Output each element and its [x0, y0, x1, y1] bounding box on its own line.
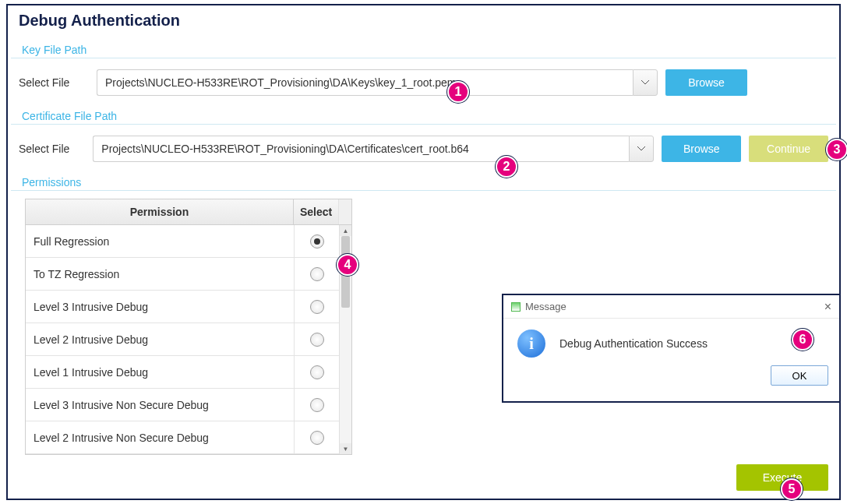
certfile-label: Select File [19, 143, 85, 155]
permission-radio[interactable] [310, 300, 324, 314]
keyfile-row: Select File Browse [8, 58, 839, 100]
permission-select-cell [294, 356, 339, 388]
permission-label: To TZ Regression [26, 268, 294, 280]
close-icon[interactable]: × [824, 300, 831, 314]
permission-label: Level 2 Intrusive Non Secure Debug [26, 432, 294, 444]
browse-cert-button[interactable]: Browse [662, 136, 741, 162]
permission-label: Level 3 Intrusive Non Secure Debug [26, 399, 294, 411]
dialog-text: Debug Authentication Success [559, 337, 708, 350]
dialog-body: i Debug Authentication Success [503, 319, 839, 361]
chevron-down-icon [641, 80, 649, 85]
debug-auth-panel: Debug Authentication Key File Path Selec… [6, 4, 841, 500]
permissions-rows: Full RegressionTo TZ RegressionLevel 3 I… [26, 225, 339, 454]
callout-5: 5 [781, 478, 803, 500]
callout-2: 2 [496, 156, 517, 178]
callout-1: 1 [447, 81, 469, 103]
permission-radio[interactable] [310, 431, 324, 445]
dialog-title: Message [525, 301, 566, 312]
table-row: Level 2 Intrusive Non Secure Debug [26, 421, 339, 454]
permission-label: Level 2 Intrusive Debug [26, 333, 294, 346]
permissions-table-wrap: Permission Select Full RegressionTo TZ R… [25, 199, 352, 455]
dialog-footer: OK [503, 361, 839, 393]
permission-radio[interactable] [310, 267, 324, 281]
info-icon: i [517, 330, 545, 358]
table-row: Level 3 Intrusive Debug [26, 291, 339, 323]
permission-label: Full Regression [26, 235, 294, 248]
permissions-body: Full RegressionTo TZ RegressionLevel 3 I… [26, 225, 351, 454]
table-row: To TZ Regression [26, 258, 339, 291]
certfile-row: Select File Browse Continue [8, 125, 839, 167]
permissions-header: Permission Select [26, 199, 351, 225]
keyfile-dropdown[interactable] [633, 69, 658, 96]
scroll-down-icon[interactable]: ▼ [340, 443, 351, 454]
scroll-up-icon[interactable]: ▲ [340, 225, 351, 236]
panel-title: Debug Authentication [8, 5, 839, 34]
certfile-combo [93, 136, 654, 162]
permission-select-cell [294, 389, 339, 421]
chevron-down-icon [637, 146, 645, 151]
certfile-input[interactable] [93, 136, 629, 162]
section-permissions: Permissions [11, 171, 836, 191]
permission-select-cell [294, 421, 339, 453]
permission-radio[interactable] [310, 234, 324, 248]
callout-4: 4 [337, 254, 358, 276]
browse-key-button[interactable]: Browse [665, 69, 747, 96]
keyfile-label: Select File [19, 76, 89, 89]
certfile-dropdown[interactable] [629, 136, 654, 162]
app-icon [511, 302, 521, 312]
hdr-scroll-gutter [339, 199, 351, 224]
keyfile-input[interactable] [97, 69, 633, 96]
callout-3: 3 [826, 139, 847, 160]
permission-label: Level 3 Intrusive Debug [26, 301, 294, 313]
table-row: Level 3 Intrusive Non Secure Debug [26, 389, 339, 421]
permission-select-cell [294, 291, 339, 322]
permission-select-cell [294, 323, 339, 355]
table-row: Level 1 Intrusive Debug [26, 356, 339, 389]
table-row: Full Regression [26, 225, 339, 258]
continue-button[interactable]: Continue [749, 136, 828, 162]
hdr-select: Select [294, 199, 339, 224]
ok-button[interactable]: OK [771, 365, 828, 386]
permission-select-cell [294, 225, 339, 257]
permission-select-cell [294, 258, 339, 290]
message-dialog: Message × i Debug Authentication Success… [502, 294, 841, 403]
permission-label: Level 1 Intrusive Debug [26, 366, 294, 379]
permissions-table: Permission Select Full RegressionTo TZ R… [25, 199, 352, 455]
table-row: Level 2 Intrusive Debug [26, 323, 339, 356]
section-keyfile: Key File Path [11, 39, 836, 58]
permission-radio[interactable] [310, 398, 324, 412]
section-certfile: Certificate File Path [11, 105, 836, 125]
callout-6: 6 [792, 329, 813, 351]
permission-radio[interactable] [310, 365, 324, 379]
dialog-titlebar: Message × [503, 295, 839, 319]
permission-radio[interactable] [310, 333, 324, 347]
keyfile-combo [97, 69, 658, 96]
hdr-permission: Permission [26, 199, 294, 224]
